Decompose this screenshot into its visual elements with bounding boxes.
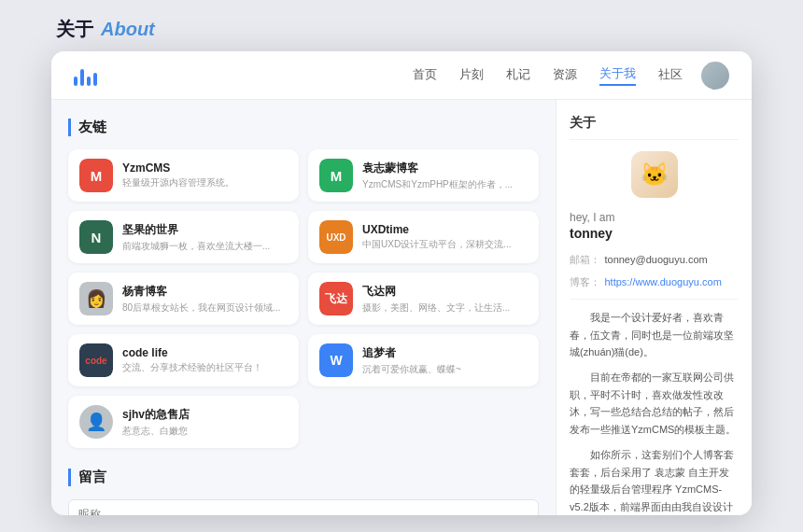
about-email-value: tonney@duoguyu.com xyxy=(604,254,707,265)
about-blog-row: 博客： https://www.duoguyu.com xyxy=(570,273,739,289)
friend-card[interactable]: M YzmCMS 轻量级开源内容管理系统。 xyxy=(68,149,299,202)
bio-para-1: 我是一个设计爱好者，喜欢青春，伍文青，同时也是一位前端攻坚城(zhuán)猫(d… xyxy=(570,309,739,361)
friend-links-title: 友链 xyxy=(68,119,539,136)
friend-avatar: code xyxy=(79,343,113,377)
friend-desc: 沉着可爱你就赢、蝶蝶~ xyxy=(362,363,528,376)
friend-info: 坚果的世界 前端攻城狮一枚，喜欢坐流大楼一... xyxy=(122,222,288,253)
friend-name: 坚果的世界 xyxy=(122,222,288,238)
friend-name: YzmCMS xyxy=(122,161,288,175)
nav-link-moment[interactable]: 片刻 xyxy=(459,66,484,85)
friend-desc: 中国UXD设计互动平台，深耕交流... xyxy=(362,238,528,251)
left-panel: 友链 M YzmCMS 轻量级开源内容管理系统。 M 袁志蒙博客 YzmCMS和… xyxy=(51,100,556,515)
friend-avatar: W xyxy=(319,343,353,377)
comment-section: 留言 验证码 提交留言 xyxy=(68,469,539,515)
friend-info: UXDtime 中国UXD设计互动平台，深耕交流... xyxy=(362,223,528,251)
friend-card[interactable]: 👩 杨青博客 80后草根女站长，我在网页设计领域... xyxy=(68,273,299,325)
friend-links-grid: M YzmCMS 轻量级开源内容管理系统。 M 袁志蒙博客 YzmCMS和Yzm… xyxy=(68,149,539,448)
friend-card[interactable]: W 追梦者 沉着可爱你就赢、蝶蝶~ xyxy=(308,334,539,386)
about-title: 关于 xyxy=(570,115,739,140)
friend-info: 杨青博客 80后草根女站长，我在网页设计领域... xyxy=(122,284,288,315)
about-email-row: 邮箱： tonney@duoguyu.com xyxy=(570,250,739,267)
friend-desc: 惹意志、白嫩您 xyxy=(122,425,288,438)
about-avatar: 🐱 xyxy=(631,151,678,198)
friend-name: 袁志蒙博客 xyxy=(362,161,528,176)
friend-card[interactable]: 飞达 飞达网 摄影，美图、网络、文字，让生活... xyxy=(308,273,539,325)
logo-bar-2 xyxy=(80,69,84,86)
friend-avatar: 👤 xyxy=(79,405,113,439)
about-email-label: 邮箱： xyxy=(570,254,600,265)
friend-name: 杨青博客 xyxy=(122,284,288,300)
friend-info: 追梦者 沉着可爱你就赢、蝶蝶~ xyxy=(362,345,528,376)
app-window: 首页 片刻 札记 资源 关于我 社区 友链 M YzmCMS 轻量级开源内容管理… xyxy=(51,51,752,515)
friend-name: UXDtime xyxy=(362,223,528,236)
about-blog-label: 博客： xyxy=(570,276,600,287)
nav-link-home[interactable]: 首页 xyxy=(413,66,437,85)
friend-avatar: M xyxy=(79,159,113,192)
about-avatar-area: 🐱 xyxy=(570,151,739,198)
friend-name: code life xyxy=(122,346,288,359)
friend-card[interactable]: 👤 sjhv的急售店 惹意志、白嫩您 xyxy=(68,396,299,448)
nav-avatar[interactable] xyxy=(701,62,729,90)
friend-desc: YzmCMS和YzmPHP框架的作者，... xyxy=(362,178,528,191)
friend-desc: 轻量级开源内容管理系统。 xyxy=(122,176,288,189)
friend-info: YzmCMS 轻量级开源内容管理系统。 xyxy=(122,161,288,189)
nav-link-resources[interactable]: 资源 xyxy=(553,66,577,85)
friend-desc: 摄影，美图、网络、文字，让生活... xyxy=(362,301,528,315)
friend-desc: 80后草根女站长，我在网页设计领域... xyxy=(122,301,288,315)
nav-link-about[interactable]: 关于我 xyxy=(599,65,636,86)
logo-icon xyxy=(74,65,97,86)
friend-desc: 前端攻城狮一枚，喜欢坐流大楼一... xyxy=(122,240,288,253)
logo-bar-1 xyxy=(74,77,77,86)
about-bio: 我是一个设计爱好者，喜欢青春，伍文青，同时也是一位前端攻坚城(zhuán)猫(d… xyxy=(570,309,739,515)
nav-links: 首页 片刻 札记 资源 关于我 社区 xyxy=(413,65,683,86)
logo xyxy=(74,65,97,86)
friend-info: sjhv的急售店 惹意志、白嫩您 xyxy=(122,407,288,438)
main-content: 友链 M YzmCMS 轻量级开源内容管理系统。 M 袁志蒙博客 YzmCMS和… xyxy=(51,100,752,515)
bio-para-2: 目前在帝都的一家互联网公司供职，平时不计时，喜欢做发性改改沐，写一些总结合总结的… xyxy=(570,369,739,439)
right-panel: 关于 🐱 hey, I am tonney 邮箱： tonney@duoguyu… xyxy=(556,100,752,515)
logo-bar-3 xyxy=(87,77,91,86)
about-greeting: hey, I am xyxy=(570,211,739,224)
friend-info: code life 交流、分享技术经验的社区平台！ xyxy=(122,346,288,374)
friend-card[interactable]: M 袁志蒙博客 YzmCMS和YzmPHP框架的作者，... xyxy=(308,149,539,202)
friend-avatar: M xyxy=(319,159,353,192)
nav-link-community[interactable]: 社区 xyxy=(658,66,683,85)
page-title-area: 关于 About xyxy=(56,17,155,42)
friend-card[interactable]: N 坚果的世界 前端攻城狮一枚，喜欢坐流大楼一... xyxy=(68,211,299,263)
about-name: tonney xyxy=(570,226,739,241)
friend-info: 袁志蒙博客 YzmCMS和YzmPHP框架的作者，... xyxy=(362,161,528,191)
nav-bar: 首页 片刻 札记 资源 关于我 社区 xyxy=(51,51,752,100)
friend-card[interactable]: UXD UXDtime 中国UXD设计互动平台，深耕交流... xyxy=(308,211,539,263)
friend-avatar: 飞达 xyxy=(319,282,353,315)
friend-name: sjhv的急售店 xyxy=(122,407,288,423)
friend-name: 追梦者 xyxy=(362,345,528,361)
comment-section-title: 留言 xyxy=(68,469,539,486)
nickname-input[interactable] xyxy=(68,499,539,515)
friend-info: 飞达网 摄影，美图、网络、文字，让生活... xyxy=(362,284,528,315)
avatar-image xyxy=(701,62,729,90)
about-divider xyxy=(570,299,739,300)
logo-bar-4 xyxy=(93,73,97,86)
page-title-cn: 关于 xyxy=(56,17,93,42)
friend-avatar: 👩 xyxy=(79,282,113,315)
friend-avatar: UXD xyxy=(319,220,353,254)
friend-card[interactable]: code code life 交流、分享技术经验的社区平台！ xyxy=(68,334,299,386)
page-title-en: About xyxy=(101,19,155,40)
nav-link-notes[interactable]: 札记 xyxy=(506,66,530,85)
friend-desc: 交流、分享技术经验的社区平台！ xyxy=(122,361,288,374)
about-blog-link[interactable]: https://www.duoguyu.com xyxy=(604,276,721,287)
friend-name: 飞达网 xyxy=(362,284,528,300)
bio-para-3: 如你所示，这套别们个人博客套套套，后台采用了 袁志蒙 自主开发的轻量级后台管理程… xyxy=(570,446,739,515)
friend-avatar: N xyxy=(79,220,113,254)
comment-form: 验证码 提交留言 xyxy=(68,499,539,515)
